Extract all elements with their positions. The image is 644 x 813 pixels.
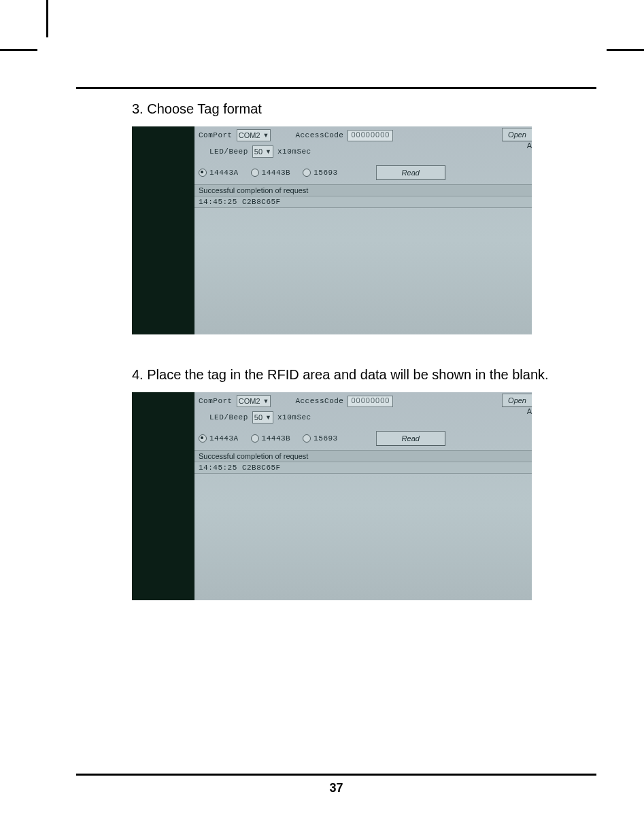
read-button-2[interactable]: Read [376,431,445,446]
ledbeep-select-2[interactable]: 50▼ [252,411,273,423]
radio-15693[interactable]: 15693 [303,169,338,177]
corner-a-2: A [527,407,532,415]
status-bar-2: Successful completion of request [194,450,532,462]
comport-select[interactable]: COM2▼ [237,129,271,141]
radio-14443b[interactable]: 14443B [251,169,291,177]
accesscode-label-2: AccessCode [295,397,343,405]
screenshot-1: ComPort COM2▼ AccessCode 00000000 Open A… [132,126,532,334]
step4-caption: 4. Place the tag in the RFID area and da… [132,367,596,383]
radio-15693-2[interactable]: 15693 [303,434,338,443]
comport-select-2[interactable]: COM2▼ [237,395,271,407]
screenshot-2: ComPort COM2▼ AccessCode 00000000 Open A… [132,392,532,600]
ledbeep-select[interactable]: 50▼ [252,145,273,158]
ledbeep-label-2: LED/Beep [209,413,248,421]
result-bar: 14:45:25 C2B8C65F [194,196,532,208]
ledbeep-unit: x10mSec [277,148,311,156]
status-bar: Successful completion of request [194,184,532,196]
ledbeep-unit-2: x10mSec [277,413,311,421]
comport-label: ComPort [199,131,233,139]
radio-14443a[interactable]: 14443A [199,169,239,177]
open-button-2[interactable]: Open [502,394,532,407]
open-button[interactable]: Open [502,128,532,141]
ledbeep-label: LED/Beep [209,148,248,156]
comport-label-2: ComPort [199,397,233,405]
accesscode-input[interactable]: 00000000 [348,130,393,141]
read-button[interactable]: Read [376,165,445,180]
accesscode-label: AccessCode [295,131,343,139]
page-number: 37 [76,781,596,795]
corner-a: A [527,141,532,150]
accesscode-input-2[interactable]: 00000000 [348,396,393,407]
radio-14443a-2[interactable]: 14443A [199,434,239,443]
step3-caption: 3. Choose Tag format [132,101,596,117]
result-bar-2: 14:45:25 C2B8C65F [194,462,532,474]
radio-14443b-2[interactable]: 14443B [251,434,291,443]
